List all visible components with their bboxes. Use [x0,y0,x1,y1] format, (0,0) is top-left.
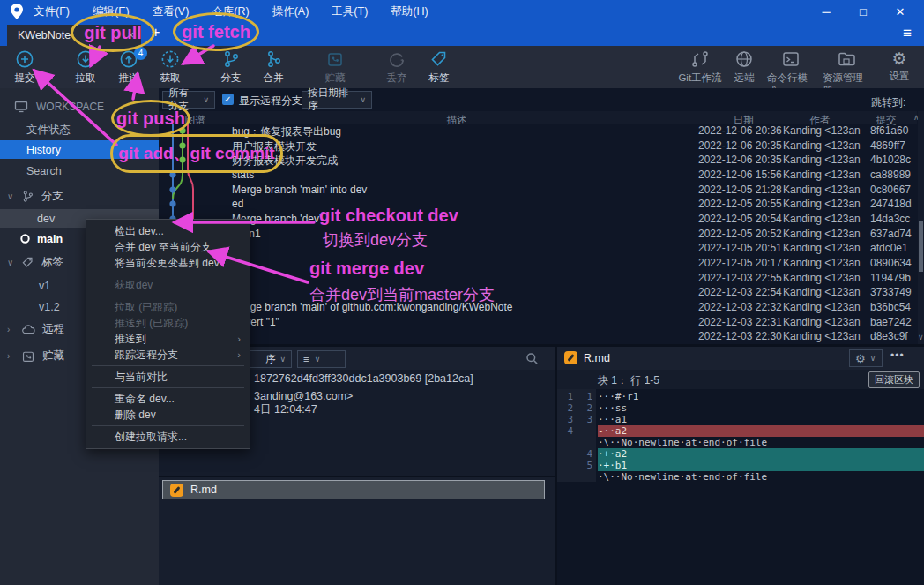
discard-icon [387,49,406,69]
changed-file-row[interactable]: R.md [162,480,545,499]
menu-push-to[interactable]: 推送到› [86,331,250,347]
caret-down-icon: ∨ [315,355,321,364]
maximize-button[interactable]: □ [848,5,878,19]
menu-pull-tracked: 拉取 (已跟踪) [86,299,250,315]
branches-section-header[interactable]: ∨ 分支 [0,187,159,206]
commit-row[interactable]: Merge branch 'main' into dev2022-12-05 2… [159,183,917,198]
changed-file-name: R.md [190,484,217,496]
diff-options-dropdown[interactable]: ⚙ ∨ [849,349,883,367]
fetch-icon [160,49,180,69]
remote-button[interactable]: 远端 [720,49,768,85]
caret-down-icon: ∨ [279,355,286,364]
annotation-git-add-commit: git add、git commit [118,142,274,165]
sort-dropdown[interactable]: 按日期排序∨ [302,91,372,109]
gear-icon: ⚙ [855,353,866,364]
scrollbar-thumb[interactable] [919,221,923,272]
search-icon[interactable] [525,352,539,365]
annotation-circle-fetch: git fetch [173,12,259,51]
menu-separator [92,274,244,274]
commit-row[interactable]: main12022-12-05 20:52Kanding <123an637ad… [159,227,917,242]
globe-icon [734,49,754,69]
menu-view[interactable]: 查看(V) [153,4,190,19]
menu-merge-dev[interactable]: 合并 dev 至当前分支 [86,239,250,255]
remote-label: 远端 [734,71,755,85]
workspace-label: WORKSPACE [36,101,104,113]
commit-date-text: 4日 12:04:47 [254,402,317,417]
diff-line: 33···a1 [557,414,924,425]
chevron-down-icon: ∨ [7,191,21,201]
pull-label: 拉取 [76,71,96,85]
menu-help[interactable]: 帮助(H) [391,4,428,19]
gear-icon: ⚙ [891,49,906,67]
branch-icon [221,49,241,69]
tag-button[interactable]: 标签 [415,49,463,85]
commit-row[interactable]: 2022-12-03 22:55Kanding <123an119479b [159,271,917,286]
menu-rename-dev[interactable]: 重命名 dev... [86,391,250,407]
commit-row[interactable]: Revert "1"2022-12-03 22:31Kanding <123an… [159,315,917,330]
more-options-icon[interactable]: ••• [890,349,905,362]
commit-row[interactable]: Merge branch 'main' of github.com:kwonga… [159,300,917,315]
settings-label: 设置 [890,70,910,83]
pull-icon [76,49,95,69]
scrollbar-track[interactable]: ∨ [918,111,924,344]
annotation-circle-pull: git pull [71,13,155,52]
caret-down-icon: ∨ [203,95,209,104]
chevron-right-icon: › [7,351,21,361]
hamburger-menu-icon[interactable]: ≡ [903,25,912,42]
commit-row[interactable]: Merge branch 'dev'2022-12-05 20:54Kandin… [159,212,917,227]
menu-checkout-dev[interactable]: 检出 dev... [86,223,250,239]
minimize-button[interactable]: ─ [811,5,841,19]
commit-row[interactable]: 2022-12-03 22:54Kanding <123an3733749 [159,285,917,300]
menu-compare-current[interactable]: 与当前对比 [86,369,250,385]
remote-label: 远程 [42,322,64,337]
menu-file[interactable]: 文件(F) [34,4,70,19]
discard-button[interactable]: 丢弃 [373,49,421,85]
commit-sha-text: 1872762d4fd3ff330ddc1a3903b69 [2ba12ca] [254,372,473,385]
tag-icon [21,256,34,269]
diff-line: 22···ss [557,402,924,414]
scroll-down-icon[interactable]: ∨ [918,333,924,341]
settings-button[interactable]: ⚙ 设置 [876,49,923,83]
window-controls: ─ □ ✕ [811,5,915,19]
commit-button[interactable]: 提交 [1,49,48,85]
annotation-merge-subtitle: 合并dev到当前master分支 [309,284,495,305]
diff-line-no-newline: ·\··No·newline·at·end·of·file [557,437,924,448]
stash-button[interactable]: 贮藏 [311,49,359,85]
commit-row[interactable]: 2022-12-05 20:17Kanding <123an0890634 [159,256,917,271]
menu-delete-dev[interactable]: 删除 dev [86,407,250,423]
tag-label: 标签 [429,71,450,85]
menu-actions[interactable]: 操作(A) [272,4,309,19]
commit-row[interactable]: 2022-12-03 22:30Kanding <123and8e3c9f [159,329,917,344]
menu-tools[interactable]: 工具(T) [332,4,368,19]
commit-row[interactable]: 2022-12-05 20:51Kanding <123anafdc0e1 [159,241,917,256]
merge-button[interactable]: 合并 [250,49,297,85]
close-button[interactable]: ✕ [885,5,915,19]
diff-line-added: 5·+·b1 [557,460,924,471]
annotation-checkout-subtitle: 切换到dev分支 [323,229,428,251]
stash-box-icon [21,349,35,364]
menu-rebase-dev[interactable]: 将当前变更变基到 dev [86,255,250,271]
detail-view-dropdown[interactable]: ≡∨ [297,350,346,368]
merge-icon [264,49,283,69]
menu-track-remote[interactable]: 跟踪远程分支› [86,347,250,363]
commit-label: 提交 [15,71,35,85]
fetch-button[interactable]: 获取 [146,49,194,85]
markdown-file-icon [170,484,183,497]
branch-button[interactable]: 分支 [207,49,255,85]
current-branch-icon [19,233,31,244]
commit-row[interactable]: ed2022-12-05 20:55Kanding <123an247418d [159,197,917,212]
branch-context-menu: 检出 dev... 合并 dev 至当前分支 将当前变更变基到 dev 获取de… [86,219,250,449]
pull-button[interactable]: 拉取 [62,49,109,85]
folder-icon [837,49,856,69]
git-workflow-button[interactable]: Git工作流 [676,49,724,85]
menu-create-pull-request[interactable]: 创建拉取请求... [86,429,250,445]
annotation-git-pull: git pull [84,23,142,43]
list-view-icon: ≡ [303,354,310,364]
revert-hunk-button[interactable]: 回滚区块 [868,371,920,388]
show-remote-checkbox[interactable]: ✓ [222,94,234,105]
diff-editor: 11···#·r1 22···ss 33···a1 4-··a2 ·\··No·… [557,389,924,585]
caret-down-icon: ∨ [870,354,876,363]
branches-label: 分支 [41,189,63,204]
menu-separator [92,296,244,296]
branch-icon [21,190,34,203]
